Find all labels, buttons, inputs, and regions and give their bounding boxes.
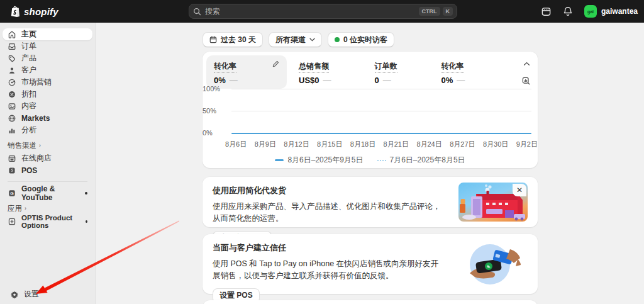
pos-promo-card: 当面与客户建立信任 使用 POS 和 Tap to Pay on iPhone … <box>203 234 538 294</box>
card-title: 当面与客户建立信任 <box>213 242 445 254</box>
sidebar-item-label: 产品 <box>21 53 36 64</box>
status-dot <box>86 220 87 223</box>
bar-chart-icon <box>8 126 16 135</box>
x-tick: 8月30日 <box>483 140 508 149</box>
shopify-logo[interactable]: shopify <box>10 6 58 18</box>
tap-to-pay-illustration <box>457 240 523 288</box>
legend-dotted-swatch <box>377 160 386 161</box>
live-visitors-button[interactable]: 0 位实时访客 <box>328 32 394 47</box>
sidebar-item-label: 设置 <box>24 289 39 300</box>
kbd-ctrl: CTRL <box>419 7 440 16</box>
x-tick: 8月12日 <box>284 140 309 149</box>
sidebar-item-orders[interactable]: 订单 <box>3 40 92 52</box>
sidebar-item-analytics[interactable]: 分析 <box>3 124 92 136</box>
sidebar-item-discounts[interactable]: 折扣 <box>3 88 92 100</box>
sidebar-item-label: 市场营销 <box>21 77 52 87</box>
tag-icon <box>8 54 16 63</box>
chevron-down-icon <box>309 38 315 42</box>
google-icon: G <box>8 189 16 198</box>
metric-delta: — <box>323 76 331 85</box>
x-tick: 8月9日 <box>255 140 276 149</box>
sidebar-item-google-youtube[interactable]: G Google & YouTube <box>3 187 92 199</box>
legend-current-period: 8月6日–2025年9月5日 <box>275 155 363 166</box>
svg-text:G: G <box>10 191 14 196</box>
sidebar-item-content[interactable]: 内容 <box>3 100 92 112</box>
dropshipping-promo-card: 使用应用简化代发货 使用应用来采购产品、导入产品描述、优化图片和收集产品评论，从… <box>203 177 538 227</box>
gear-icon <box>10 290 19 299</box>
orders-icon <box>8 42 16 51</box>
metric-value: 0 <box>375 76 379 85</box>
calendar-icon <box>209 36 217 43</box>
metric-value: US$0 <box>299 76 319 85</box>
metric-label: 订单数 <box>375 61 397 73</box>
x-tick: 8月21日 <box>384 140 409 149</box>
collapse-chevron-up-icon[interactable] <box>523 62 530 66</box>
notifications-bell-icon[interactable] <box>563 6 573 17</box>
globe-icon <box>8 114 16 123</box>
online-store-icon <box>8 154 16 163</box>
sidebar-item-products[interactable]: 产品 <box>3 52 92 64</box>
sidebar-item-label: 订单 <box>21 41 36 52</box>
account-menu[interactable]: gai gaiwantea <box>584 5 638 18</box>
gridline-50 <box>231 111 531 111</box>
section-label: 销售渠道 <box>8 141 36 150</box>
metric-value: 0% <box>441 76 453 85</box>
gridline-100 <box>231 89 531 89</box>
metric-delta: — <box>230 76 238 85</box>
channel-filter-button[interactable]: 所有渠道 <box>269 32 322 47</box>
analytics-card: 转化率 0%— 总销售额 US$0— 订单数 0— 转化率 0%— <box>203 52 538 168</box>
legend-label: 7月6日–2025年8月5日 <box>390 155 465 166</box>
search-placeholder: 搜索 <box>205 6 416 17</box>
shopify-wordmark: shopify <box>24 6 58 17</box>
sidebar-item-label: 折扣 <box>21 89 36 99</box>
search-input[interactable]: 搜索 CTRL K <box>189 4 457 19</box>
sidebar-divider <box>8 181 87 182</box>
sidebar-item-home[interactable]: 主页 <box>3 28 92 40</box>
storefront-icon[interactable] <box>541 6 552 17</box>
sidebar-item-label: 客户 <box>21 65 36 76</box>
status-dot <box>85 192 87 194</box>
discount-icon <box>8 90 16 99</box>
pos-icon <box>8 166 16 175</box>
sidebar-item-customers[interactable]: 客户 <box>3 64 92 76</box>
sidebar-item-optis-product-options[interactable]: OPTIS Product Options <box>3 215 92 227</box>
main-area: 过去 30 天 所有渠道 0 位实时访客 转化率 0%— 总销售额 <box>96 23 644 304</box>
sidebar-item-marketing[interactable]: 市场营销 <box>3 76 92 88</box>
pencil-icon[interactable] <box>272 60 279 67</box>
series-line-current-period <box>231 133 531 134</box>
card-title: 使用应用简化代发货 <box>213 185 445 196</box>
kbd-k: K <box>443 7 453 16</box>
chart-legend: 8月6日–2025年9月5日 7月6日–2025年8月5日 <box>203 155 538 166</box>
live-visitors-label: 0 位实时访客 <box>343 35 387 45</box>
sidebar-item-label: Google & YouTube <box>21 184 80 202</box>
x-axis-labels: 8月6日 8月9日 8月12日 8月15日 8月18日 8月21日 8月24日 … <box>225 140 538 149</box>
legend-solid-swatch <box>275 159 284 161</box>
account-name: gaiwantea <box>601 7 638 16</box>
date-range-button[interactable]: 过去 30 天 <box>203 32 263 47</box>
legend-label: 8月6日–2025年9月5日 <box>287 155 363 166</box>
search-icon <box>193 8 201 16</box>
chevron-right-icon: › <box>39 142 41 149</box>
x-tick: 8月18日 <box>350 140 375 149</box>
top-bar: shopify 搜索 CTRL K gai gaiwantea <box>0 0 644 23</box>
metric-label: 转化率 <box>214 61 236 73</box>
sidebar-item-label: OPTIS Product Options <box>21 214 80 229</box>
sidebar-item-online-store[interactable]: 在线商店 <box>3 152 92 164</box>
sidebar-item-pos[interactable]: POS <box>3 164 92 176</box>
card-body-text: 使用 POS 和 Tap to Pay on iPhone 在快闪店销售或向亲朋… <box>213 258 445 282</box>
sidebar-section-sales-channels[interactable]: 销售渠道 › <box>3 140 92 151</box>
live-dot-icon <box>335 37 340 42</box>
metric-label: 转化率 <box>441 61 464 73</box>
sidebar-item-label: 内容 <box>21 101 36 111</box>
sidebar-section-apps[interactable]: 应用 › <box>3 203 92 214</box>
metric-delta: — <box>383 76 391 85</box>
x-tick: 8月24日 <box>416 140 441 149</box>
close-icon[interactable]: ✕ <box>513 184 526 196</box>
next-promo-card <box>203 300 538 304</box>
y-tick: 0% <box>203 129 228 137</box>
sidebar-item-label: 在线商店 <box>21 153 52 164</box>
sidebar-item-label: Markets <box>21 114 50 123</box>
sidebar-item-markets[interactable]: Markets <box>3 112 92 124</box>
sidebar-item-settings[interactable]: 设置 <box>5 288 90 300</box>
target-icon <box>8 78 16 87</box>
